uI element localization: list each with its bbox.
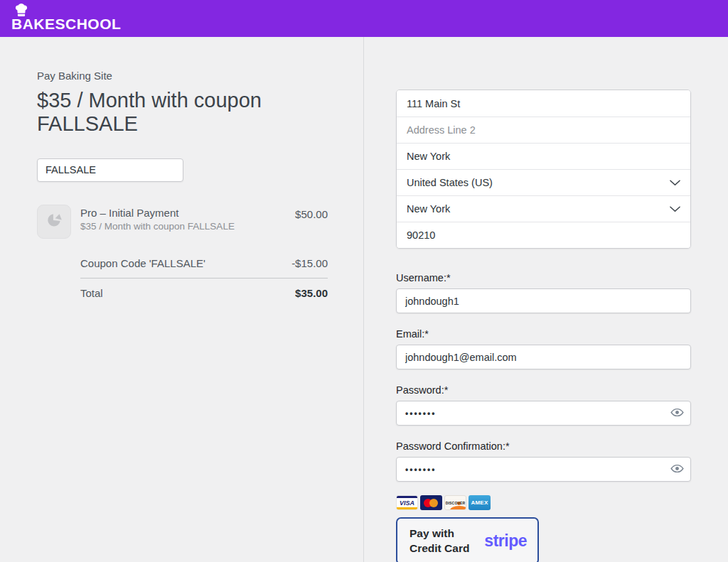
chevron-down-icon [670, 203, 680, 215]
total-label: Total [80, 287, 103, 299]
address-line2-placeholder: Address Line 2 [407, 124, 476, 136]
visa-card-icon: VISA [396, 495, 418, 510]
address-line1-input[interactable]: 111 Main St [397, 90, 690, 117]
username-field-group: Username:* [396, 272, 691, 313]
total-amount: $35.00 [295, 287, 328, 299]
bakeschool-logo[interactable]: BAKESCHOOL [11, 1, 168, 36]
product-thumbnail [37, 205, 71, 239]
product-name: Pro – Initial Payment [80, 205, 286, 219]
visa-label: VISA [400, 499, 414, 507]
email-input[interactable] [396, 345, 691, 369]
stripe-logo: stripe [484, 531, 527, 551]
address-line2-input[interactable]: Address Line 2 [397, 117, 690, 143]
site-header: BAKESCHOOL [0, 0, 728, 37]
state-selected-value: New York [407, 203, 450, 215]
billing-form-column: 111 Main St Address Line 2 New York Unit… [364, 37, 728, 562]
order-summary: Pro – Initial Payment $35 / Month with c… [37, 198, 328, 308]
page-title: $35 / Month with coupon FALLSALE [37, 89, 321, 136]
username-input[interactable] [396, 288, 691, 313]
mastercard-card-icon [420, 495, 442, 510]
pay-button-label: Pay with Credit Card [410, 526, 484, 555]
order-summary-column: Pay Baking Site $35 / Month with coupon … [0, 37, 364, 562]
password-confirmation-label: Password Confirmation:* [396, 441, 691, 452]
coupon-label: Coupon Code 'FALLSALE' [80, 257, 205, 269]
product-info: Pro – Initial Payment $35 / Month with c… [80, 205, 286, 232]
password-input[interactable] [396, 401, 691, 426]
coupon-code-input[interactable] [37, 158, 183, 182]
address-line1-value: 111 Main St [407, 98, 460, 109]
password-confirmation-field-group: Password Confirmation:* [396, 441, 691, 482]
eye-icon [670, 408, 684, 419]
site-subtitle: Pay Baking Site [37, 70, 328, 82]
address-fieldset: 111 Main St Address Line 2 New York Unit… [396, 90, 691, 249]
toggle-password-visibility-button[interactable] [665, 404, 688, 423]
postcode-input[interactable]: 90210 [397, 222, 690, 248]
discover-label: DISCOVER [446, 501, 466, 505]
eye-icon [670, 464, 684, 475]
accepted-cards: VISA DISCOVER AMEX [396, 495, 691, 510]
postcode-value: 90210 [407, 229, 435, 241]
city-input[interactable]: New York [397, 143, 690, 169]
checkout-page: Pay Baking Site $35 / Month with coupon … [0, 37, 728, 562]
country-select[interactable]: United States (US) [397, 169, 690, 195]
coupon-amount: -$15.00 [291, 257, 328, 269]
password-confirmation-input[interactable] [396, 457, 691, 482]
order-line-item: Pro – Initial Payment $35 / Month with c… [37, 198, 328, 249]
toggle-password-confirmation-visibility-button[interactable] [665, 460, 688, 480]
mastercard-orange-circle [429, 499, 438, 507]
state-select[interactable]: New York [397, 195, 690, 222]
amex-card-icon: AMEX [469, 495, 491, 510]
amex-label: AMEX [471, 499, 488, 506]
password-label: Password:* [396, 384, 691, 396]
coupon-line: Coupon Code 'FALLSALE' -$15.00 [80, 249, 328, 278]
password-field-group: Password:* [396, 384, 691, 426]
discover-card-icon: DISCOVER [444, 495, 466, 510]
brand-name: BAKESCHOOL [11, 16, 121, 33]
total-line: Total $35.00 [80, 278, 328, 308]
product-price: $50.00 [295, 205, 328, 220]
city-value: New York [407, 151, 450, 162]
email-label: Email:* [396, 328, 691, 340]
image-placeholder-icon [45, 211, 63, 232]
product-description: $35 / Month with coupon FALLSALE [80, 221, 286, 232]
username-label: Username:* [396, 272, 691, 283]
country-selected-value: United States (US) [407, 177, 493, 188]
pay-with-credit-card-button[interactable]: Pay with Credit Card stripe [396, 517, 539, 562]
email-field-group: Email:* [396, 328, 691, 369]
chevron-down-icon [670, 177, 680, 188]
